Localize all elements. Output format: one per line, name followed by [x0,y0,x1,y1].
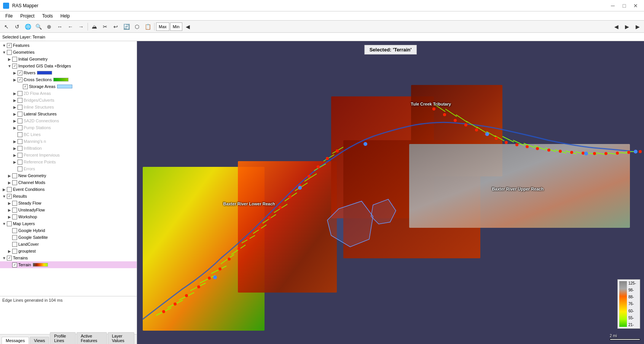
map-area[interactable]: Selected: 'Terrain' Baxter River Lower R… [137,41,644,344]
tree-terrains[interactable]: ▼ Terrains [0,254,137,261]
workshop-checkbox[interactable] [12,214,17,219]
reference-points-checkbox[interactable] [18,160,22,165]
event-conditions-expand[interactable]: ▶ [2,187,7,192]
infiltration-expand[interactable]: ▶ [12,146,18,151]
minimize-button[interactable]: ─ [607,2,618,10]
refresh-tool[interactable]: 🔄 [121,22,131,31]
play-button[interactable]: ▶ [622,22,632,31]
initial-geometry-expand[interactable]: ▶ [7,56,12,62]
grouptest-checkbox[interactable] [12,249,17,254]
new-geometry-expand[interactable]: ▶ [7,173,12,178]
sa2d-connections-checkbox[interactable] [18,118,22,123]
geometries-expand[interactable]: ▼ [2,50,7,55]
bridges-culverts-checkbox[interactable] [18,98,22,103]
new-geometry-checkbox[interactable] [12,173,17,178]
steady-flow-checkbox[interactable] [12,201,17,206]
tree-results[interactable]: ▼ Results [0,193,137,200]
reference-points-expand[interactable]: ▶ [12,159,18,165]
bc-lines-checkbox[interactable] [18,132,22,137]
sa2d-connections-expand[interactable]: ▶ [12,118,18,123]
tree-rivers[interactable]: ▶ Rivers [0,69,137,76]
tree-sa2d-connections[interactable]: ▶ SA2D Connections [0,117,137,124]
2d-flow-areas-checkbox[interactable] [18,91,22,96]
bc-lines-expand[interactable] [12,132,18,137]
min-button[interactable]: Min [170,22,182,31]
tree-2d-flow-areas[interactable]: ▶ 2D Flow Areas [0,90,137,97]
tree-terrain[interactable]: Terrain [0,261,137,268]
unsteady-flow-expand[interactable]: ▶ [7,207,12,213]
errors-checkbox[interactable] [18,166,22,171]
channel-mods-expand[interactable]: ▶ [7,180,12,185]
tree-new-geometry[interactable]: ▶ New Geometry [0,172,137,179]
menu-help[interactable]: Help [57,13,74,19]
cross-sections-checkbox[interactable] [18,77,22,82]
tab-active-features[interactable]: Active Features [77,332,107,344]
imported-gis-expand[interactable]: ▼ [7,63,12,69]
steady-flow-expand[interactable]: ▶ [7,200,12,206]
mannings-n-expand[interactable]: ▶ [12,139,18,144]
google-satellite-expand[interactable] [7,235,12,240]
zoom-fit-tool[interactable]: ↔ [55,22,65,31]
terrain-checkbox[interactable] [12,262,17,267]
bridges-culverts-expand[interactable]: ▶ [12,98,18,103]
percent-impervious-checkbox[interactable] [18,153,22,158]
select-tool[interactable]: ↖ [2,22,11,31]
map-layers-expand[interactable]: ▼ [2,221,7,226]
globe-tool[interactable]: 🌐 [23,22,33,31]
tree-bridges-culverts[interactable]: ▶ Bridges/Culverts [0,97,137,104]
mannings-n-checkbox[interactable] [18,139,22,144]
polygon-tool[interactable]: ⬡ [132,22,142,31]
landcover-checkbox[interactable] [12,242,17,247]
tree-channel-mods[interactable]: ▶ Channel Mods [0,179,137,186]
rotate-tool[interactable]: ↩ [111,22,121,31]
event-conditions-checkbox[interactable] [7,187,12,192]
cross-sections-expand[interactable]: ▶ [12,77,18,82]
geometries-checkbox[interactable] [7,50,12,55]
tree-google-satellite[interactable]: Google Satellite [0,234,137,241]
google-hybrid-checkbox[interactable] [12,228,17,233]
errors-expand[interactable] [12,166,18,171]
terrain-expand[interactable] [7,262,12,267]
tree-steady-flow[interactable]: ▶ Steady Flow [0,200,137,206]
unsteady-flow-checkbox[interactable] [12,208,17,213]
channel-mods-checkbox[interactable] [12,180,17,185]
tree-features[interactable]: ▼ Features [0,42,137,49]
tree-geometries[interactable]: ▼ Geometries [0,49,137,56]
cut-tool[interactable]: ✂ [100,22,110,31]
tree-pump-stations[interactable]: ▶ Pump Stations [0,124,137,131]
tree-initial-geometry[interactable]: ▶ Initial Geometry [0,56,137,62]
tree-lateral-structures[interactable]: ▶ Lateral Structures [0,110,137,117]
tree-bc-lines[interactable]: BC Lines [0,131,137,138]
tab-layer-values[interactable]: Layer Values [108,332,134,344]
tree-landcover[interactable]: LandCover [0,241,137,248]
storage-areas-checkbox[interactable] [23,84,28,89]
tree-workshop[interactable]: ▶ Workshop [0,213,137,220]
menu-project[interactable]: Project [16,13,38,19]
google-satellite-checkbox[interactable] [12,235,17,240]
pump-stations-checkbox[interactable] [18,125,22,130]
menu-file[interactable]: File [2,13,16,19]
max-button[interactable]: Max [156,22,169,31]
features-checkbox[interactable] [7,43,12,48]
nav-back[interactable]: ◀ [611,22,621,31]
terrains-expand[interactable]: ▼ [2,255,7,261]
initial-geometry-checkbox[interactable] [12,57,17,62]
tree-percent-impervious[interactable]: ▶ Percent Impervious [0,152,137,158]
terrain-tool[interactable]: ⛰ [89,22,99,31]
percent-impervious-expand[interactable]: ▶ [12,152,18,158]
tree-unsteady-flow[interactable]: ▶ UnsteadyFlow [0,206,137,213]
imported-gis-checkbox[interactable] [12,64,17,69]
infiltration-checkbox[interactable] [18,146,22,151]
inline-structures-expand[interactable]: ▶ [12,104,18,110]
tree-cross-sections[interactable]: ▶ Cross Sections [0,76,137,83]
google-hybrid-expand[interactable] [7,228,12,233]
nav-fwd[interactable]: ▶ [633,22,642,31]
tree-infiltration[interactable]: ▶ Infiltration [0,145,137,152]
tree-storage-areas[interactable]: Storage Areas [0,83,137,90]
collapse-button[interactable]: ◀ [183,22,193,31]
tree-event-conditions[interactable]: ▶ Event Conditions [0,186,137,193]
results-expand[interactable]: ▼ [2,194,7,199]
terrains-checkbox[interactable] [7,256,12,261]
tab-profile-lines[interactable]: Profile Lines [50,332,76,344]
features-expand[interactable]: ▼ [2,43,7,48]
